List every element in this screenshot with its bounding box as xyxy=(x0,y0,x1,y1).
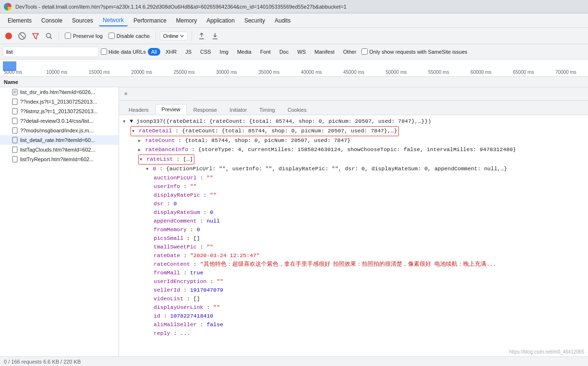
tab-response[interactable]: Response xyxy=(188,105,223,115)
upload-button[interactable] xyxy=(196,30,207,42)
type-ws[interactable]: WS xyxy=(294,48,309,56)
tl-label-7: 40000 ms xyxy=(301,70,330,75)
filter-bar: Hide data URLs All XHR JS CSS Img Media … xyxy=(0,44,588,59)
sidebar-item-2[interactable]: ??listmz.js?t=1_201307252013... xyxy=(0,106,119,116)
sidebar-item-0[interactable]: list_dsr_info.htm?itemId=6026... xyxy=(0,87,119,97)
online-select[interactable]: Online xyxy=(160,32,188,40)
svg-rect-15 xyxy=(12,137,17,143)
menu-audits[interactable]: Audits xyxy=(271,15,294,26)
close-preview-button[interactable]: ✕ xyxy=(122,90,130,98)
preview-header: ✕ xyxy=(119,87,588,101)
type-img[interactable]: Img xyxy=(216,48,232,56)
tl-label-1: 10000 ms xyxy=(46,70,75,75)
toggle-root[interactable] xyxy=(123,118,125,126)
sidebar-item-1[interactable]: ??index.js?t=1_201307252013... xyxy=(0,97,119,106)
ratelist-highlight: rateList : […] xyxy=(138,154,194,165)
toggle-ratedanceinfo[interactable] xyxy=(138,146,141,154)
menu-console[interactable]: Console xyxy=(37,15,66,26)
timeline-container: 5000 ms 10000 ms 15000 ms 20000 ms 25000… xyxy=(3,59,585,77)
json-line-19: userIdEncryption : "" xyxy=(123,277,584,286)
json-line-14: picsSmall : [] xyxy=(123,234,584,243)
toggle-ratelist[interactable] xyxy=(140,155,142,164)
type-all[interactable]: All xyxy=(148,48,160,56)
tab-timing[interactable]: Timing xyxy=(253,105,281,115)
tl-label-8: 45000 ms xyxy=(343,70,372,75)
download-button[interactable] xyxy=(209,30,221,42)
svg-point-3 xyxy=(47,33,51,37)
search-button[interactable] xyxy=(43,30,55,42)
menu-bar: Elements Console Sources Network Perform… xyxy=(0,13,588,28)
timeline-bar xyxy=(3,61,16,71)
json-line-23: id : 1078227418410 xyxy=(123,312,584,320)
json-line-24: aliMallSeller : false xyxy=(123,320,584,329)
json-line-9: displayRatePic : "" xyxy=(123,191,584,200)
sidebar-item-6[interactable]: listTagClouds.htm?itemId=602... xyxy=(0,145,119,154)
json-line-25: reply : ... xyxy=(123,329,584,338)
tl-label-6: 35000 ms xyxy=(258,70,287,75)
toggle-ratedetail[interactable] xyxy=(132,127,134,136)
json-line-10: dsr : 0 xyxy=(123,200,584,208)
type-manifest[interactable]: Manifest xyxy=(311,48,338,56)
window-title: DevTools - detail.tmall.com/item.htm?spm… xyxy=(15,4,347,10)
menu-memory[interactable]: Memory xyxy=(172,15,201,26)
menu-security[interactable]: Security xyxy=(240,15,269,26)
clear-icon xyxy=(18,32,26,40)
tl-label-5: 30000 ms xyxy=(216,70,245,75)
menu-application[interactable]: Application xyxy=(203,15,239,26)
type-media[interactable]: Media xyxy=(234,48,255,56)
tl-label-13: 70000 ms xyxy=(555,70,584,75)
status-bar: 0 / 166 requests 6.6 KB / 220 KB https:/… xyxy=(0,356,588,366)
json-line-4: rateDanceInfo : {storeType: 4, currentMi… xyxy=(123,145,584,154)
filter-input[interactable] xyxy=(3,47,99,57)
sidebar-item-5[interactable]: list_detail_rate.htm?itemId=60... xyxy=(0,135,119,145)
type-xhr[interactable]: XHR xyxy=(162,48,180,56)
clear-button[interactable] xyxy=(16,30,28,42)
json-line-13: fromMemory : 0 xyxy=(123,225,584,234)
file-icon-6 xyxy=(12,146,18,153)
toggle-item0[interactable] xyxy=(146,165,148,174)
timeline-labels: 5000 ms 10000 ms 15000 ms 20000 ms 25000… xyxy=(3,70,585,75)
type-doc[interactable]: Doc xyxy=(276,48,292,56)
tab-initiator[interactable]: Initiator xyxy=(224,105,252,115)
tl-label-10: 55000 ms xyxy=(428,70,457,75)
sidebar-item-3[interactable]: ??detail-review/3.0.14/css/list... xyxy=(0,116,119,126)
tab-preview[interactable]: Preview xyxy=(156,104,187,115)
svg-rect-14 xyxy=(12,128,17,133)
filter-icon xyxy=(32,32,39,40)
menu-network[interactable]: Network xyxy=(99,15,128,26)
samesite-checkbox[interactable]: Only show requests with SameSite issues xyxy=(361,48,467,55)
menu-elements[interactable]: Elements xyxy=(4,15,36,26)
file-icon-5 xyxy=(12,137,18,143)
hide-data-urls-checkbox[interactable]: Hide data URLs xyxy=(101,48,146,55)
svg-rect-11 xyxy=(12,99,17,105)
type-other[interactable]: Other xyxy=(340,48,360,56)
record-button[interactable] xyxy=(3,30,14,42)
sidebar-item-7[interactable]: listTryReport.htm?itemId=602... xyxy=(0,154,119,164)
menu-performance[interactable]: Performance xyxy=(130,15,170,26)
json-line-22: displayUserLink : "" xyxy=(123,303,584,312)
type-font[interactable]: Font xyxy=(257,48,274,56)
rate-detail-highlight: rateDetail : {rateCount: {total: 85744, … xyxy=(131,126,399,136)
json-line-11: displayRateSum : 0 xyxy=(123,208,584,217)
toggle-ratecount[interactable] xyxy=(138,137,141,145)
menu-sources[interactable]: Sources xyxy=(68,15,97,26)
chrome-icon xyxy=(4,3,12,11)
tab-headers[interactable]: Headers xyxy=(123,105,155,115)
tl-label-3: 20000 ms xyxy=(131,70,160,75)
tl-label-2: 15000 ms xyxy=(89,70,118,75)
json-content[interactable]: ▼ jsonp337({rateDetail: {rateCount: {tot… xyxy=(119,115,588,356)
preserve-log-checkbox[interactable]: Preserve log xyxy=(63,33,105,39)
tab-cookies[interactable]: Cookies xyxy=(282,105,312,115)
disable-cache-checkbox[interactable]: Disable cache xyxy=(107,33,152,39)
filter-button[interactable] xyxy=(30,30,41,42)
svg-rect-12 xyxy=(12,108,17,114)
type-js[interactable]: JS xyxy=(182,48,195,56)
search-icon xyxy=(45,32,53,40)
main-area: list_dsr_info.htm?itemId=6026... ??index… xyxy=(0,87,588,356)
type-css[interactable]: CSS xyxy=(197,48,215,56)
sidebar-item-4[interactable]: ??mods/msgboard/index.js,m... xyxy=(0,126,119,135)
tl-label-4: 25000 ms xyxy=(174,70,203,75)
json-line-21: videoList : [] xyxy=(123,295,584,303)
tl-label-11: 60000 ms xyxy=(470,70,499,75)
json-line-8: userInfo : "" xyxy=(123,182,584,191)
